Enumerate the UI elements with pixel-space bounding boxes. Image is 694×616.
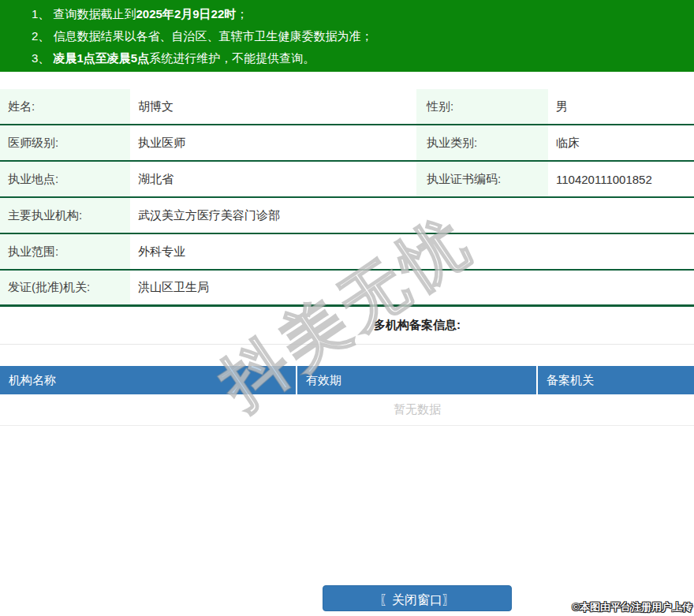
table-row-scope: 执业范围: 外科专业 — [0, 234, 694, 271]
close-window-button[interactable]: 〖关闭窗口〗 — [323, 585, 512, 611]
notice-line-2: 2、 信息数据结果以各省、自治区、直辖市卫生健康委数据为准； — [32, 25, 694, 47]
spacer — [0, 72, 694, 89]
doctor-level-value: 执业医师 — [130, 136, 416, 151]
notice-1-text: 1、 查询数据截止到 — [32, 7, 136, 21]
column-header-filing-authority: 备案机关 — [538, 366, 694, 394]
notice-3-bold: 凌晨1点至凌晨5点 — [54, 51, 150, 65]
cert-number-value: 110420111001852 — [548, 173, 694, 186]
practice-place-label: 执业地点: — [0, 162, 130, 196]
no-data-text: 暂无数据 — [140, 402, 694, 417]
issuer-label: 发证(批准)机关: — [0, 271, 130, 304]
table-row-main-org: 主要执业机构: 武汉美立方医疗美容门诊部 — [0, 198, 694, 234]
notice-2-text: 2、 信息数据结果以各省、自治区、直辖市卫生健康委数据为准； — [32, 29, 373, 43]
doctor-info-table: 姓名: 胡博文 性别: 男 医师级别: 执业医师 执业类别: 临床 执业地点: … — [0, 89, 694, 307]
spacer — [0, 345, 694, 366]
name-value: 胡博文 — [130, 99, 416, 114]
gender-label: 性别: — [416, 89, 548, 124]
table-row-issuer: 发证(批准)机关: 洪山区卫生局 — [0, 271, 694, 307]
filing-table-empty-row: 暂无数据 — [0, 394, 694, 426]
notice-header: 1、 查询数据截止到2025年2月9日22时； 2、 信息数据结果以各省、自治区… — [0, 0, 694, 72]
practice-category-label: 执业类别: — [416, 125, 548, 160]
notice-3-suffix: 系统进行维护，不能提供查询。 — [149, 51, 315, 65]
upload-stamp: ©本图由平台注册用户上传 — [572, 600, 692, 614]
gender-value: 男 — [548, 99, 694, 114]
cert-number-label: 执业证书编码: — [416, 162, 548, 196]
notice-1-bold: 2025年2月9日22时 — [136, 7, 237, 21]
notice-line-1: 1、 查询数据截止到2025年2月9日22时； — [32, 3, 694, 25]
table-row-place-cert: 执业地点: 湖北省 执业证书编码: 110420111001852 — [0, 162, 694, 198]
notice-3-text: 3、 — [32, 51, 54, 65]
name-label: 姓名: — [0, 89, 130, 124]
multi-org-section-title: 多机构备案信息: — [140, 318, 694, 333]
column-header-validity: 有效期 — [297, 366, 538, 394]
practice-scope-value: 外科专业 — [130, 245, 694, 259]
filing-table-header: 机构名称 有效期 备案机关 — [0, 366, 694, 394]
column-header-org-name: 机构名称 — [0, 366, 297, 394]
notice-1-suffix: ； — [236, 7, 248, 21]
main-org-label: 主要执业机构: — [0, 198, 130, 233]
practice-place-value: 湖北省 — [130, 172, 416, 187]
table-row-level-category: 医师级别: 执业医师 执业类别: 临床 — [0, 125, 694, 162]
issuer-value: 洪山区卫生局 — [130, 280, 694, 295]
practice-scope-label: 执业范围: — [0, 234, 130, 269]
multi-org-section-heading: 多机构备案信息: — [0, 307, 694, 345]
main-org-value: 武汉美立方医疗美容门诊部 — [130, 208, 694, 223]
doctor-level-label: 医师级别: — [0, 125, 130, 160]
notice-line-3: 3、 凌晨1点至凌晨5点系统进行维护，不能提供查询。 — [32, 47, 694, 69]
practice-category-value: 临床 — [548, 136, 694, 151]
table-row-name-gender: 姓名: 胡博文 性别: 男 — [0, 89, 694, 125]
